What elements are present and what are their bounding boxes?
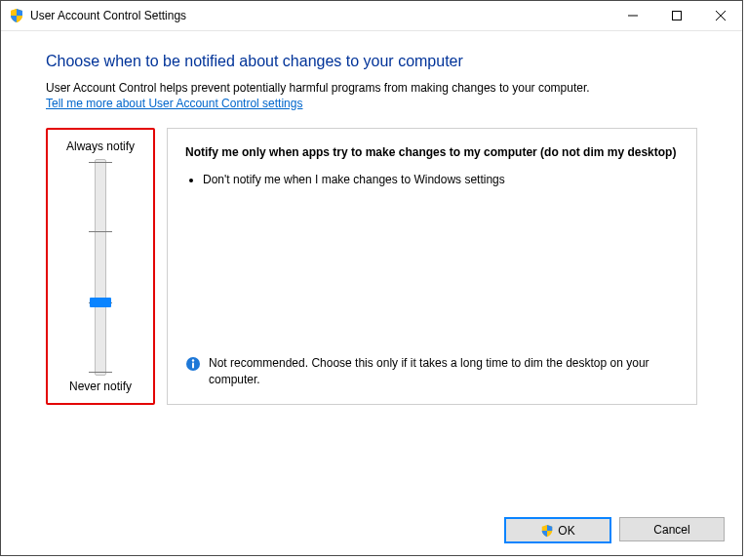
titlebar[interactable]: User Account Control Settings — [1, 1, 742, 31]
ok-button[interactable]: OK — [504, 517, 611, 543]
notification-level-title: Notify me only when apps try to make cha… — [185, 144, 679, 161]
window-title: User Account Control Settings — [30, 9, 186, 22]
close-button[interactable] — [698, 1, 742, 30]
slider-bottom-label: Never notify — [48, 380, 153, 393]
svg-point-5 — [192, 360, 194, 362]
learn-more-link[interactable]: Tell me more about User Account Control … — [46, 97, 302, 110]
maximize-button[interactable] — [654, 1, 698, 30]
uac-shield-icon — [9, 8, 24, 23]
notification-info-panel: Notify me only when apps try to make cha… — [167, 128, 697, 405]
uac-shield-icon — [540, 524, 554, 538]
notification-slider-panel: Always notify Never notify — [46, 128, 155, 405]
svg-rect-6 — [192, 363, 194, 369]
page-heading: Choose when to be notified about changes… — [46, 53, 697, 70]
cancel-button[interactable]: Cancel — [619, 517, 725, 541]
info-icon — [185, 356, 201, 372]
recommendation-text: Not recommended. Choose this only if it … — [209, 355, 679, 388]
main-row: Always notify Never notify Notify me onl… — [46, 128, 697, 405]
notification-bullets: Don't notify me when I make changes to W… — [203, 171, 679, 188]
notification-slider[interactable] — [95, 159, 106, 376]
page-description: User Account Control helps prevent poten… — [46, 80, 697, 97]
uac-settings-window: User Account Control Settings Choose whe… — [0, 0, 743, 556]
slider-top-label: Always notify — [48, 140, 153, 153]
ok-button-label: OK — [558, 524, 574, 538]
slider-track-wrap — [48, 159, 153, 374]
dialog-footer: OK Cancel — [504, 517, 725, 543]
slider-tick — [89, 162, 112, 163]
window-controls — [610, 1, 742, 30]
slider-tick — [89, 372, 112, 373]
slider-tick — [89, 231, 112, 232]
cancel-button-label: Cancel — [653, 523, 689, 537]
svg-rect-1 — [672, 12, 681, 20]
content-area: Choose when to be notified about changes… — [1, 31, 742, 405]
notification-bullet: Don't notify me when I make changes to W… — [203, 171, 679, 188]
minimize-button[interactable] — [610, 1, 654, 30]
recommendation-note: Not recommended. Choose this only if it … — [185, 355, 679, 388]
slider-thumb[interactable] — [90, 298, 111, 307]
